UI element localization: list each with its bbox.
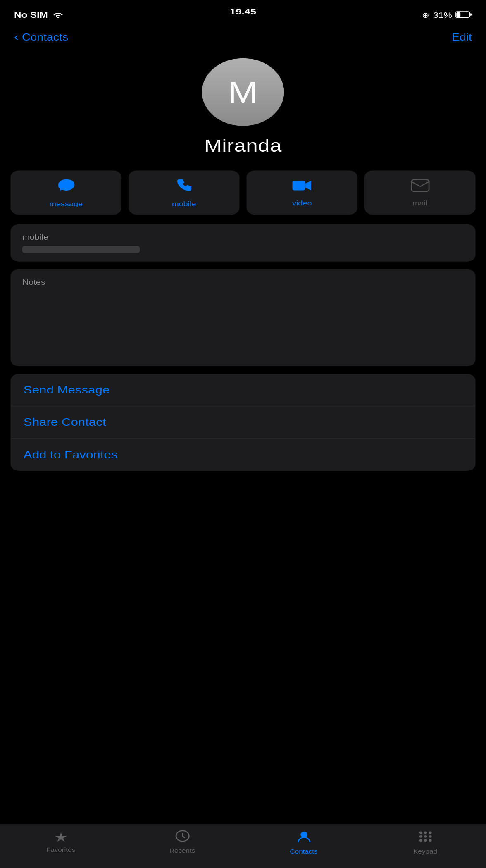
- avatar-section: M Miranda: [0, 48, 486, 170]
- recents-icon: [175, 830, 190, 845]
- svg-point-7: [419, 832, 422, 834]
- svg-rect-3: [292, 181, 305, 190]
- keypad-label: Keypad: [413, 848, 437, 855]
- avatar-initial: M: [228, 75, 258, 109]
- tab-favorites[interactable]: ★ Favorites: [0, 830, 122, 853]
- tab-keypad[interactable]: Keypad: [364, 830, 486, 855]
- back-chevron-icon: ‹: [14, 31, 18, 43]
- mail-label: mail: [412, 199, 427, 207]
- tab-contacts[interactable]: Contacts: [243, 830, 364, 855]
- action-buttons-row: message mobile video: [0, 171, 486, 215]
- battery-icon: [455, 11, 472, 20]
- nav-bar: ‹ Contacts Edit: [0, 26, 486, 48]
- tab-recents[interactable]: Recents: [122, 830, 243, 854]
- avatar: M: [202, 58, 284, 126]
- svg-point-10: [419, 835, 422, 838]
- status-right: ⊕ 31%: [422, 11, 472, 20]
- mobile-label: mobile: [172, 200, 196, 208]
- phone-icon: [176, 178, 192, 196]
- svg-point-8: [424, 832, 426, 834]
- notes-card: Notes: [11, 269, 476, 366]
- svg-point-12: [429, 835, 431, 838]
- keypad-icon: [417, 830, 434, 846]
- recents-label: Recents: [169, 847, 195, 854]
- send-message-item[interactable]: Send Message: [11, 374, 476, 407]
- phone-number-blurred: [22, 246, 140, 253]
- notes-label: Notes: [22, 278, 464, 286]
- svg-point-13: [419, 839, 422, 842]
- time-display: 19.45: [230, 7, 256, 17]
- favorites-label: Favorites: [46, 847, 75, 853]
- mail-icon: [410, 179, 429, 196]
- back-label: Contacts: [22, 32, 68, 43]
- action-list: Send Message Share Contact Add to Favori…: [11, 374, 476, 471]
- scroll-area: M Miranda message mobile: [0, 48, 486, 849]
- svg-point-14: [424, 839, 426, 842]
- favorites-icon: ★: [54, 830, 68, 844]
- add-to-favorites-item[interactable]: Add to Favorites: [11, 439, 476, 471]
- edit-button[interactable]: Edit: [452, 32, 472, 43]
- wifi-icon: [52, 11, 63, 20]
- back-button[interactable]: ‹ Contacts: [14, 31, 68, 43]
- status-left: No SIM: [14, 11, 63, 20]
- battery-percentage: 31%: [433, 11, 452, 20]
- message-label: message: [49, 200, 83, 208]
- svg-point-9: [429, 832, 431, 834]
- message-icon: [57, 178, 75, 196]
- video-button[interactable]: video: [247, 171, 357, 215]
- svg-point-11: [424, 835, 426, 838]
- status-bar: No SIM 19.45 ⊕ 31%: [0, 0, 486, 24]
- mobile-info-label: mobile: [22, 233, 464, 241]
- carrier-label: No SIM: [14, 11, 48, 20]
- orientation-lock-icon: ⊕: [422, 11, 429, 20]
- svg-rect-2: [456, 12, 460, 17]
- svg-point-15: [429, 839, 431, 842]
- share-contact-item[interactable]: Share Contact: [11, 406, 476, 439]
- svg-rect-4: [411, 180, 429, 191]
- svg-point-6: [300, 832, 307, 837]
- video-label: video: [292, 199, 312, 207]
- mobile-button[interactable]: mobile: [129, 171, 239, 215]
- contacts-icon: [295, 830, 312, 846]
- tab-bar: ★ Favorites Recents Contacts: [0, 825, 486, 868]
- contact-name: Miranda: [204, 136, 282, 156]
- message-button[interactable]: message: [11, 171, 122, 215]
- contacts-label: Contacts: [290, 848, 317, 855]
- svg-rect-1: [470, 13, 472, 16]
- mobile-info-card: mobile: [11, 224, 476, 262]
- video-icon: [292, 179, 312, 196]
- mail-button[interactable]: mail: [364, 171, 475, 215]
